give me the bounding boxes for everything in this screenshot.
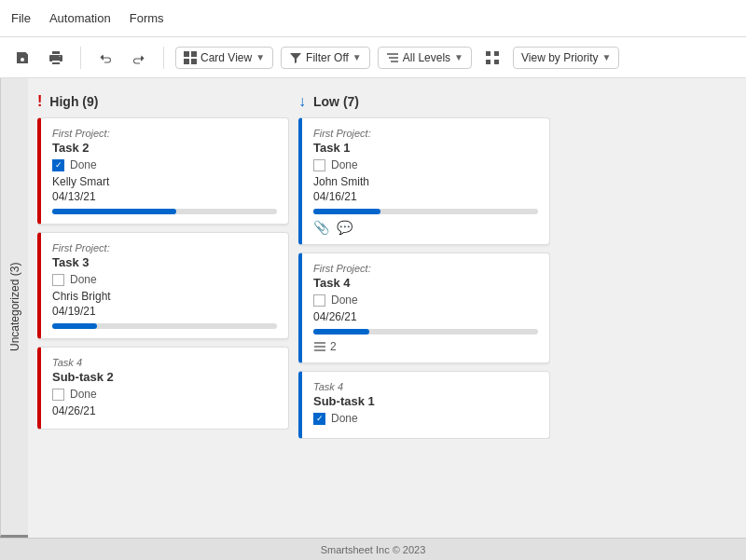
- card-person-0: Kelly Smart: [52, 175, 277, 188]
- redo-button[interactable]: [126, 45, 152, 71]
- svg-rect-1: [191, 51, 197, 57]
- card-date-low-1: 04/26/21: [313, 310, 538, 323]
- sidebar-label-text: Uncategorized (3): [8, 262, 21, 350]
- sidebar-uncategorized[interactable]: Uncategorized (3): [0, 78, 28, 538]
- progress-fill-low-0: [313, 209, 380, 214]
- card-project-label-1: First Project:: [52, 242, 277, 253]
- cards-high: First Project: Task 2 ✓ Done Kelly Smart…: [37, 117, 289, 430]
- progress-fill-1: [52, 323, 97, 329]
- progress-bar-0: [52, 209, 277, 214]
- alllevels-button[interactable]: All Levels ▼: [378, 47, 472, 69]
- card-count-low-1: 2: [313, 340, 538, 353]
- menu-bar: File Automation Forms: [0, 0, 746, 37]
- cardview-label: Card View: [200, 51, 252, 64]
- card-done-row-0: ✓ Done: [52, 158, 277, 171]
- card-checkbox-2[interactable]: [52, 389, 64, 401]
- progress-fill-low-1: [313, 329, 369, 335]
- card-date-low-0: 04/16/21: [313, 190, 538, 203]
- progress-bar-1: [52, 323, 277, 329]
- card-person-1: Chris Bright: [52, 290, 277, 303]
- undo-button[interactable]: [92, 45, 118, 71]
- card-date-2: 04/26/21: [52, 404, 277, 417]
- card-done-row-low-1: Done: [313, 294, 538, 307]
- card-task-name-1: Task 3: [52, 255, 277, 269]
- card-count-text: 2: [330, 340, 337, 353]
- card-project-label-low-2: Task 4: [313, 381, 538, 392]
- divider-2: [163, 47, 164, 69]
- card-task2: First Project: Task 2 ✓ Done Kelly Smart…: [37, 117, 289, 225]
- column-low: ↓ Low (7) First Project: Task 1 Done Joh…: [298, 88, 550, 528]
- card-checkbox-0[interactable]: ✓: [52, 159, 64, 171]
- main-content: Uncategorized (3) ! High (9) First Proje…: [0, 78, 746, 538]
- attachment-icon: 📎: [313, 220, 329, 235]
- columns-container: ! High (9) First Project: Task 2 ✓ Done …: [28, 78, 746, 538]
- card-subtask2: Task 4 Sub-task 2 Done 04/26/21: [37, 347, 289, 430]
- card-project-label-low-1: First Project:: [313, 263, 538, 274]
- card-task-name-low-0: Task 1: [313, 141, 538, 155]
- filteroff-arrow: ▼: [352, 52, 362, 62]
- divider-1: [80, 47, 81, 69]
- column-title-high: High (9): [49, 94, 98, 109]
- filteroff-label: Filter Off: [306, 51, 349, 64]
- card-done-label-1: Done: [70, 273, 97, 286]
- card-done-label-low-1: Done: [331, 294, 358, 307]
- viewbypriority-button[interactable]: View by Priority ▼: [513, 47, 619, 69]
- card-project-label-2: Task 4: [52, 357, 277, 368]
- column-header-low: ↓ Low (7): [298, 88, 550, 117]
- save-button[interactable]: [9, 45, 35, 71]
- card-done-label-2: Done: [70, 388, 97, 401]
- card-checkbox-low-2[interactable]: ✓: [313, 413, 325, 425]
- column-title-low: Low (7): [313, 94, 359, 109]
- alllevels-label: All Levels: [403, 51, 450, 64]
- card-task-name-low-1: Task 4: [313, 276, 538, 290]
- card-done-label-low-0: Done: [331, 158, 358, 171]
- viewbypriority-arrow: ▼: [602, 52, 612, 62]
- filteroff-button[interactable]: Filter Off ▼: [281, 47, 370, 69]
- svg-rect-9: [486, 60, 490, 64]
- card-task-name-2: Sub-task 2: [52, 370, 277, 384]
- menu-file[interactable]: File: [11, 11, 31, 25]
- card-subtask1-low: Task 4 Sub-task 1 ✓ Done: [298, 371, 550, 439]
- svg-rect-2: [184, 59, 189, 64]
- card-person-low-0: John Smith: [313, 175, 538, 188]
- svg-rect-8: [494, 51, 499, 56]
- progress-fill-0: [52, 209, 176, 214]
- card-task3: First Project: Task 3 Done Chris Bright …: [37, 232, 289, 339]
- card-date-1: 04/19/21: [52, 305, 277, 318]
- progress-bar-low-1: [313, 329, 538, 335]
- card-checkbox-low-1[interactable]: [313, 294, 325, 307]
- cards-low: First Project: Task 1 Done John Smith 04…: [298, 117, 550, 439]
- svg-rect-0: [184, 51, 189, 57]
- high-priority-icon: !: [37, 93, 42, 110]
- comment-icon: 💬: [337, 220, 352, 235]
- menu-forms[interactable]: Forms: [130, 11, 164, 25]
- svg-rect-7: [486, 51, 490, 56]
- low-priority-icon: ↓: [298, 93, 306, 110]
- card-done-label-low-2: Done: [331, 412, 358, 425]
- card-done-row-low-0: Done: [313, 158, 538, 171]
- card-done-row-1: Done: [52, 273, 277, 286]
- alllevels-arrow: ▼: [454, 52, 463, 62]
- print-button[interactable]: [43, 45, 69, 71]
- card-task-name-low-2: Sub-task 1: [313, 394, 538, 408]
- footer-text: Smartsheet Inc © 2023: [321, 544, 426, 555]
- card-checkbox-1[interactable]: [52, 274, 64, 286]
- card-task-name-0: Task 2: [52, 141, 277, 155]
- card-project-label-low-0: First Project:: [313, 128, 538, 139]
- cardview-arrow: ▼: [256, 52, 265, 62]
- card-done-label-0: Done: [70, 158, 97, 171]
- svg-rect-10: [494, 60, 499, 64]
- card-checkbox-low-0[interactable]: [313, 159, 325, 171]
- cardview-button[interactable]: Card View ▼: [175, 47, 273, 69]
- card-date-0: 04/13/21: [52, 190, 277, 203]
- menu-automation[interactable]: Automation: [49, 11, 111, 25]
- list-icon: [313, 340, 326, 353]
- card-project-label-0: First Project:: [52, 128, 277, 139]
- card-task1: First Project: Task 1 Done John Smith 04…: [298, 117, 550, 245]
- grid-icon-button[interactable]: [479, 45, 505, 71]
- progress-bar-low-0: [313, 209, 538, 214]
- footer: Smartsheet Inc © 2023: [0, 538, 746, 560]
- card-icons-low-0: 📎 💬: [313, 220, 538, 235]
- viewbypriority-label: View by Priority: [521, 51, 598, 64]
- svg-rect-3: [191, 59, 197, 64]
